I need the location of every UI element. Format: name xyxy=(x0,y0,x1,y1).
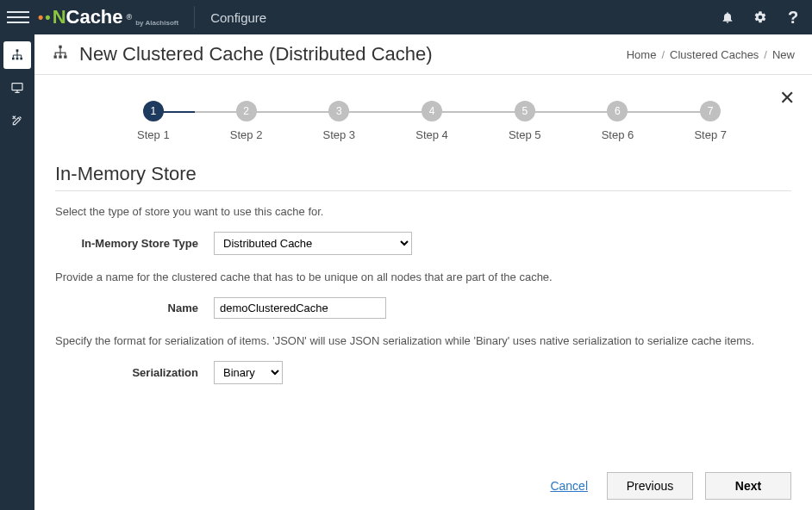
settings-gear-icon[interactable] xyxy=(748,5,772,29)
wizard-step-label: Step 5 xyxy=(509,128,541,141)
svg-rect-4 xyxy=(12,84,22,90)
topbar: •• NCache ® by Alachisoft Configure ? xyxy=(0,0,812,34)
wizard-step-4[interactable]: 4 Step 4 xyxy=(385,101,478,141)
store-type-label: In-Memory Store Type xyxy=(55,237,202,250)
menu-toggle-icon[interactable] xyxy=(7,6,29,28)
previous-button[interactable]: Previous xyxy=(607,472,693,500)
cluster-icon xyxy=(52,44,69,65)
sidebar-item-tools[interactable] xyxy=(3,107,31,134)
serialization-hint: Specify the format for serialization of … xyxy=(55,334,791,347)
svg-rect-7 xyxy=(59,55,61,58)
wizard-step-label: Step 7 xyxy=(694,128,727,141)
sidebar-item-local-caches[interactable] xyxy=(3,74,31,102)
breadcrumb: Home / Clustered Caches / New xyxy=(627,48,795,61)
wizard-step-5[interactable]: 5 Step 5 xyxy=(478,101,572,141)
svg-rect-8 xyxy=(64,55,66,58)
store-type-hint: Select the type of store you want to use… xyxy=(55,205,791,218)
store-type-row: In-Memory Store Type Distributed Cache xyxy=(55,232,791,255)
app-section-title: Configure xyxy=(210,10,266,25)
serialization-label: Serialization xyxy=(55,366,202,379)
wizard-step-label: Step 4 xyxy=(415,128,448,141)
svg-rect-2 xyxy=(16,58,19,60)
wizard-step-label: Step 6 xyxy=(602,128,634,141)
cache-name-input[interactable] xyxy=(214,297,386,319)
page-header: New Clustered Cache (Distributed Cache) … xyxy=(34,34,812,75)
wizard-step-6[interactable]: 6 Step 6 xyxy=(572,101,665,141)
sidebar-item-clustered-caches[interactable] xyxy=(3,41,31,69)
breadcrumb-current: New xyxy=(772,48,795,61)
name-row: Name xyxy=(55,297,791,319)
wizard-step-1[interactable]: 1 Step 1 xyxy=(107,101,200,141)
store-type-select[interactable]: Distributed Cache xyxy=(214,232,412,255)
brand-text: Cache xyxy=(66,6,123,28)
serialization-select[interactable]: Binary xyxy=(214,361,283,384)
svg-rect-0 xyxy=(16,49,19,52)
breadcrumb-home[interactable]: Home xyxy=(627,48,657,61)
wizard-step-label: Step 3 xyxy=(323,128,356,141)
name-hint: Provide a name for the clustered cache t… xyxy=(55,271,791,283)
wizard-steps: 1 Step 1 2 Step 2 3 Step 3 4 Step 4 5 xyxy=(107,101,757,141)
page-title: New Clustered Cache (Distributed Cache) xyxy=(79,43,433,65)
tools-icon xyxy=(10,114,24,128)
wizard-step-3[interactable]: 3 Step 3 xyxy=(292,101,385,141)
breadcrumb-clustered-caches[interactable]: Clustered Caches xyxy=(670,48,759,61)
wizard-step-label: Step 1 xyxy=(137,128,170,141)
svg-rect-5 xyxy=(59,46,61,48)
brand-subtext: by Alachisoft xyxy=(135,19,178,27)
main-content: New Clustered Cache (Distributed Cache) … xyxy=(34,34,812,510)
svg-rect-6 xyxy=(54,55,57,58)
name-label: Name xyxy=(55,302,202,314)
cancel-link[interactable]: Cancel xyxy=(550,479,588,493)
next-button[interactable]: Next xyxy=(705,472,791,500)
monitor-icon xyxy=(10,81,24,95)
wizard-panel: ✕ 1 Step 1 2 Step 2 3 Step 3 4 Step 4 xyxy=(34,75,812,469)
sidebar xyxy=(0,34,34,510)
brand-logo: •• NCache ® by Alachisoft xyxy=(38,6,178,28)
cluster-icon xyxy=(10,48,24,62)
help-icon[interactable]: ? xyxy=(781,5,805,29)
wizard-step-7[interactable]: 7 Step 7 xyxy=(664,101,757,141)
wizard-step-label: Step 2 xyxy=(230,128,263,141)
svg-rect-3 xyxy=(20,58,22,60)
notifications-icon[interactable] xyxy=(715,5,740,29)
wizard-footer: Cancel Previous Next xyxy=(34,472,812,500)
close-icon[interactable]: ✕ xyxy=(779,87,795,109)
wizard-step-2[interactable]: 2 Step 2 xyxy=(200,101,293,141)
svg-rect-1 xyxy=(12,58,15,60)
section-title: In-Memory Store xyxy=(55,163,791,191)
serialization-row: Serialization Binary xyxy=(55,361,791,384)
